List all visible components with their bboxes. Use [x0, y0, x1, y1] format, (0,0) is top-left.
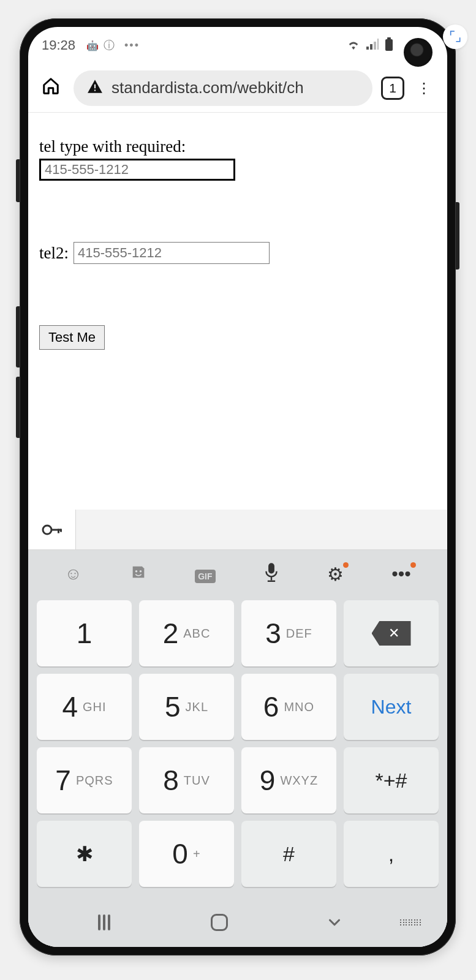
key-0[interactable]: 0+	[139, 821, 234, 887]
key-7[interactable]: 7PQRS	[37, 747, 132, 813]
tel2-input[interactable]	[74, 242, 270, 264]
svg-point-8	[135, 570, 138, 573]
svg-rect-12	[268, 580, 275, 581]
svg-point-9	[140, 570, 142, 573]
tabs-button[interactable]: 1	[381, 77, 404, 100]
tel-field-label: tel type with required:	[39, 137, 436, 156]
key-4[interactable]: 4GHI	[37, 674, 132, 740]
tel2-field-label: tel2:	[39, 244, 69, 263]
sticker-icon[interactable]	[130, 564, 147, 585]
info-icon: ⓘ	[104, 38, 115, 53]
phone-frame: 19:28 ⓘ •••	[20, 18, 456, 956]
key-8[interactable]: 8TUV	[139, 747, 234, 813]
keyboard-keys: 1 2ABC 3DEF ✕ 4GHI 5JKL 6MNO Next 7PQRS …	[28, 598, 447, 898]
key-star[interactable]: ✱	[37, 821, 132, 887]
system-nav-bar	[28, 898, 447, 947]
svg-rect-0	[385, 39, 393, 51]
svg-rect-3	[94, 89, 96, 91]
key-hash[interactable]: #	[241, 821, 336, 887]
svg-rect-2	[94, 84, 96, 88]
more-notifications-icon: •••	[124, 39, 140, 52]
android-icon	[86, 39, 99, 52]
wifi-icon	[347, 38, 360, 53]
key-3[interactable]: 3DEF	[241, 600, 336, 666]
key-comma[interactable]: ,	[344, 821, 439, 887]
status-time: 19:28	[42, 37, 75, 53]
gif-icon[interactable]: GIF	[195, 564, 215, 584]
key-1[interactable]: 1	[37, 600, 132, 666]
front-camera	[404, 38, 433, 67]
key-2[interactable]: 2ABC	[139, 600, 234, 666]
phone-power-button	[456, 202, 459, 270]
keyboard-more-icon[interactable]: •••	[391, 564, 411, 584]
svg-point-4	[43, 526, 51, 534]
soft-keyboard: ☺ GIF ⚙ ••• 1 2ABC 3DEF ✕ 4GHI 5JKL 6MNO	[28, 550, 447, 947]
key-6[interactable]: 6MNO	[241, 674, 336, 740]
key-symbols[interactable]: *+#	[344, 747, 439, 813]
gear-icon[interactable]: ⚙	[327, 564, 344, 585]
svg-rect-1	[387, 37, 391, 39]
phone-side-button	[16, 159, 20, 202]
browser-menu-button[interactable]: ⋮	[413, 76, 435, 100]
phone-volume-up	[16, 306, 20, 368]
security-warning-icon	[87, 79, 103, 97]
battery-icon	[385, 37, 393, 54]
password-key-icon[interactable]	[28, 510, 76, 549]
key-next[interactable]: Next	[344, 674, 439, 740]
tel-required-input[interactable]	[39, 159, 235, 181]
home-button[interactable]	[37, 73, 65, 103]
url-bar[interactable]: standardista.com/webkit/ch	[74, 70, 372, 106]
svg-rect-5	[51, 529, 61, 530]
svg-rect-11	[271, 576, 272, 580]
url-text: standardista.com/webkit/ch	[111, 78, 304, 97]
svg-rect-7	[60, 529, 62, 532]
phone-volume-down	[16, 377, 20, 438]
key-backspace[interactable]: ✕	[344, 600, 439, 666]
screenshot-crop-icon[interactable]: ⌜⌟	[443, 24, 467, 49]
nav-recents-button[interactable]	[47, 914, 162, 930]
svg-rect-6	[58, 529, 59, 533]
web-page-content: tel type with required: tel2: Test Me	[28, 113, 447, 510]
keyboard-hide-icon[interactable]	[392, 919, 429, 925]
nav-home-button[interactable]	[162, 914, 277, 931]
svg-rect-10	[268, 563, 274, 573]
emoji-icon[interactable]: ☺	[64, 564, 82, 584]
signal-icon	[366, 38, 379, 53]
phone-screen: 19:28 ⓘ •••	[28, 27, 447, 947]
key-9[interactable]: 9WXYZ	[241, 747, 336, 813]
key-5[interactable]: 5JKL	[139, 674, 234, 740]
test-me-button[interactable]: Test Me	[39, 325, 105, 350]
nav-back-button[interactable]	[277, 913, 392, 932]
status-bar: 19:28 ⓘ •••	[28, 27, 447, 64]
keyboard-toolbar: ☺ GIF ⚙ •••	[28, 550, 447, 598]
mic-icon[interactable]	[263, 562, 279, 586]
browser-toolbar: standardista.com/webkit/ch 1 ⋮	[28, 64, 447, 113]
autofill-bar	[28, 510, 447, 550]
backspace-icon: ✕	[372, 621, 411, 646]
